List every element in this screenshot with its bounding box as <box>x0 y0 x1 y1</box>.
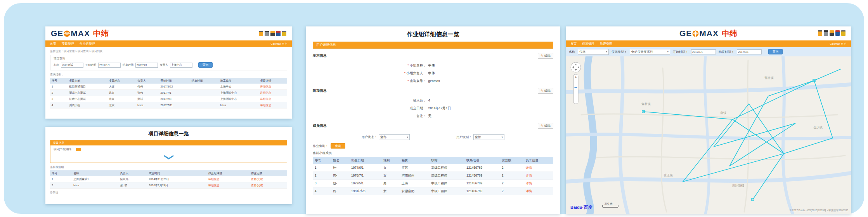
field-founded-date: 成立日期： 2014年12月1日 <box>313 106 553 111</box>
selected-value: 全部 <box>475 135 481 139</box>
table-cell: 赵- <box>331 180 349 187</box>
table-cell: 1 <box>50 176 72 182</box>
instrument-select[interactable]: 仪器 ▾ <box>578 49 609 55</box>
table-cell: 1974/6/1 <box>349 164 381 172</box>
project-number-edit-button[interactable] <box>76 148 81 151</box>
column-header: 仪器数 <box>500 157 524 164</box>
field-label: 小组负责人： <box>380 71 426 76</box>
section-title: 成员信息 <box>313 123 327 128</box>
column-header: 职称 <box>429 157 464 164</box>
user-detail-banner: 用户详细信息 <box>313 42 553 49</box>
row-link[interactable]: 详细信息 <box>258 102 287 108</box>
edit-basic-button[interactable]: ✎ 编辑 <box>538 53 553 59</box>
owner-input[interactable] <box>170 63 192 68</box>
nav-item-home[interactable]: 首页 <box>570 42 577 46</box>
row-link[interactable]: 详细信息 <box>258 90 287 96</box>
nav-item-tracks[interactable]: 轨迹查询 <box>600 42 612 46</box>
name-input[interactable] <box>61 63 83 68</box>
page-title: 项目详细信息一览 <box>45 130 292 137</box>
map-zoom-slider[interactable]: + − <box>573 74 578 104</box>
member-query-button[interactable]: 查询 <box>331 143 345 149</box>
table-row: 2测试中心测试北京张伟2017/7/1上海测绘中心详细信息 <box>50 90 287 96</box>
edit-extra-button[interactable]: ✎ 编辑 <box>538 88 553 94</box>
zoom-out-icon[interactable]: − <box>575 99 577 103</box>
edit-members-button[interactable]: ✎ 编辑 <box>538 123 553 129</box>
row-link[interactable]: 详细信息 <box>258 96 287 102</box>
field-label: 查询条号： <box>380 79 426 84</box>
user-status-select[interactable]: 全部 ▾ <box>379 134 410 140</box>
project-table: 序号项目名称项目地点负责人开始时间结束时间施工单位项目详情1远距测试项目大连何伟… <box>50 78 287 108</box>
pencil-icon: ✎ <box>541 54 543 58</box>
field-group-name: 小组名称： 中伟 <box>313 63 553 68</box>
member-filters-row: 用户状态： 全部 ▾ 用户级别： 全部 ▾ <box>313 134 553 140</box>
map-label: 合庆镇 <box>813 126 823 129</box>
edit-label: 编辑 <box>544 54 551 58</box>
map-viewport[interactable]: 金桥镇 唐镇 曹路镇 张江镇 川沙新镇 合庆镇 + − <box>566 56 851 214</box>
row-link[interactable]: 查看/完成 <box>249 182 287 189</box>
logo-text-ge: GE <box>51 29 63 38</box>
road-shape <box>783 56 793 214</box>
table-cell: 江苏 <box>400 164 429 172</box>
row-link[interactable]: 详情 <box>524 180 553 187</box>
start-date-input[interactable] <box>691 49 716 54</box>
row-link[interactable]: 详细信息 <box>258 84 287 90</box>
search-button[interactable]: 查询 <box>198 62 213 68</box>
table-cell: 1 <box>313 164 331 172</box>
table-row: 1远距测试项目大连何伟2017/3/22上海中心详细信息 <box>50 84 287 90</box>
nav-item-projects[interactable]: 项目管理 <box>62 42 74 46</box>
instrument-icon-strip <box>818 30 845 36</box>
table-header-row: 序号姓名出生日期性别籍贯职称联系电话仪器数员工信息 <box>313 157 553 164</box>
add-group-link[interactable]: 添加组 <box>50 191 287 194</box>
field-label: 成立日期： <box>380 106 426 111</box>
map-canvas: 金桥镇 唐镇 曹路镇 张江镇 川沙新镇 合庆镇 + − <box>566 56 851 214</box>
selected-value: 仪器 <box>579 50 586 54</box>
zoom-in-icon[interactable]: + <box>575 75 577 79</box>
table-cell: 北京 <box>107 90 136 96</box>
instrument-icon <box>824 30 828 36</box>
instrument-icon <box>282 31 286 36</box>
expand-chevron-icon[interactable] <box>164 154 174 161</box>
row-link[interactable]: 详情 <box>524 187 553 195</box>
instrument-icon <box>830 30 834 36</box>
table-cell: 1 <box>50 84 68 90</box>
row-link[interactable]: 详细信息 <box>207 176 249 182</box>
zoom-slider-handle[interactable] <box>575 87 577 88</box>
column-header: 名称 <box>72 170 118 176</box>
user-level-select[interactable]: 全部 ▾ <box>473 134 504 140</box>
instrument-type-select[interactable]: 全站仪天宝系列 ▾ <box>630 49 670 55</box>
logo-text-ge: GE <box>679 29 692 38</box>
row-link[interactable]: 查看/完成 <box>249 176 287 182</box>
column-header: 结束时间 <box>190 78 219 84</box>
table-cell: 121456789 <box>464 164 500 172</box>
field-label: 小组名称： <box>380 63 426 68</box>
end-date-input[interactable] <box>135 63 158 68</box>
end-date-label: 结束时间 <box>123 63 133 67</box>
table-cell: 4 <box>50 102 68 108</box>
row-link[interactable]: 详情 <box>524 172 553 180</box>
nav-item-instruments[interactable]: 仪器管理 <box>582 42 594 46</box>
row-link[interactable]: 详细信息 <box>207 182 249 189</box>
table-cell: 远距测试项目 <box>68 84 107 90</box>
table-cell <box>190 84 219 90</box>
table-cell: 安徽合肥 <box>400 187 429 195</box>
table-cell: 侯跃凡 <box>118 176 147 182</box>
map-search-button[interactable]: 查询 <box>768 49 783 54</box>
end-date-input[interactable] <box>737 49 762 54</box>
column-header: 姓名 <box>331 157 349 164</box>
column-header: 项目地点 <box>107 78 136 84</box>
table-cell: 上海 <box>400 180 429 187</box>
caret-down-icon: ▾ <box>407 136 408 139</box>
table-cell <box>190 102 219 108</box>
start-date-input[interactable] <box>98 63 121 68</box>
group-detail-body: 用户详细信息 基本信息 ✎ 编辑 小组名称： 中伟 小组负责人： 中伟 查询条号… <box>306 42 560 195</box>
nav-item-home[interactable]: 首页 <box>50 42 56 46</box>
end-date-label: 结束时间： <box>719 50 734 54</box>
table-header-row: 序号项目名称项目地点负责人开始时间结束时间施工单位项目详情 <box>50 78 287 84</box>
field-value: 无 <box>428 114 487 119</box>
table-cell: 女 <box>381 187 400 195</box>
map-pan-control[interactable] <box>571 62 581 72</box>
instrument-icon <box>835 30 840 36</box>
row-link[interactable]: 详情 <box>524 164 553 172</box>
nav-item-groups[interactable]: 作业组管理 <box>80 42 95 46</box>
edit-label: 编辑 <box>544 89 551 93</box>
